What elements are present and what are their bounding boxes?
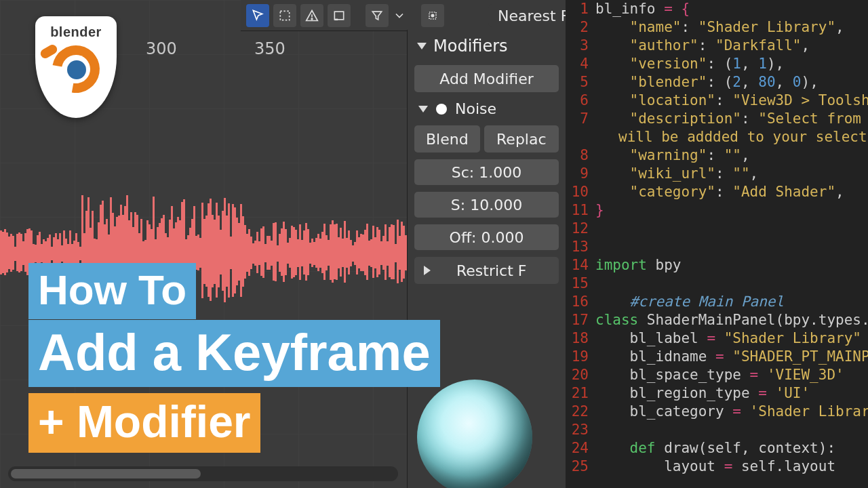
code-line[interactable]: 22 bl_category = 'Shader Library (566, 403, 868, 421)
code-line[interactable]: 11} (566, 201, 868, 220)
expand-icon (424, 266, 431, 275)
code-line[interactable]: 10 "category": "Add Shader", (566, 183, 868, 201)
collapse-icon (417, 43, 427, 49)
restrict-label: Restrict F (456, 262, 526, 279)
code-line[interactable]: 12 (566, 220, 868, 238)
modifiers-title: Modifiers (433, 37, 508, 56)
code-line[interactable]: 3 "author": "Darkfall", (566, 37, 868, 55)
add-modifier-button[interactable]: Add Modifier (414, 65, 559, 92)
timeline-tick: 300 (146, 39, 177, 58)
code-line[interactable]: 14import bpy (566, 256, 868, 274)
title-line-3: + Modifier (28, 393, 260, 453)
code-line[interactable]: 25 layout = self.layout (566, 458, 868, 476)
svg-rect-3 (334, 12, 343, 20)
code-line[interactable]: 20 bl_space_type = 'VIEW_3D' (566, 366, 868, 384)
restrict-frame-range[interactable]: Restrict F (414, 257, 559, 284)
blend-mode-dropdown[interactable]: Replac (484, 125, 559, 152)
warning-icon[interactable] (300, 4, 323, 27)
snap-icon[interactable] (421, 4, 444, 27)
code-line[interactable]: 24 def draw(self, context): (566, 439, 868, 458)
code-line[interactable]: 15 (566, 274, 868, 293)
title-line-1: How To (28, 263, 196, 319)
code-line[interactable]: 4 "version": (1, 1), (566, 55, 868, 73)
code-line[interactable]: 9 "wiki_url": "", (566, 165, 868, 183)
modifier-noise-header[interactable]: Noise (414, 99, 559, 119)
collapse-icon (418, 106, 428, 113)
code-line[interactable]: 19 bl_idname = "SHADER_PT_MAINPA (566, 348, 868, 366)
strength-field[interactable]: S: 10.000 (414, 192, 559, 218)
logo-text: blender (50, 24, 102, 40)
code-line[interactable]: 17class ShaderMainPanel(bpy.types.P (566, 311, 868, 329)
timeline-tick: 350 (254, 39, 285, 58)
svg-point-2 (311, 18, 313, 20)
code-line[interactable]: will be addded to your selected o (566, 128, 868, 146)
svg-point-6 (431, 14, 433, 16)
scrollbar-thumb[interactable] (11, 469, 201, 479)
modifiers-header[interactable]: Modifiers (408, 30, 566, 62)
title-line-2: Add a Keyframe (28, 320, 440, 387)
cursor-tool-icon[interactable] (246, 4, 269, 27)
code-line[interactable]: 6 "location": "View3D > Toolshe (566, 92, 868, 110)
chevron-down-icon[interactable] (393, 4, 406, 27)
code-line[interactable]: 18 bl_label = "Shader Library" (566, 329, 868, 348)
code-line[interactable]: 16 #create Main Panel (566, 293, 868, 311)
code-line[interactable]: 13 (566, 238, 868, 256)
text-editor[interactable]: 1bl_info = {2 "name": "Shader Library",3… (566, 0, 868, 488)
code-line[interactable]: 2 "name": "Shader Library", (566, 18, 868, 37)
code-line[interactable]: 7 "description": "Select from t (566, 110, 868, 128)
code-line[interactable]: 5 "blender": (2, 80, 0), (566, 73, 868, 92)
proportional-edit-icon[interactable] (328, 4, 351, 27)
material-preview-sphere (417, 380, 532, 488)
box-select-icon[interactable] (273, 4, 296, 27)
blend-label: Blend (414, 125, 480, 152)
code-line[interactable]: 21 bl_region_type = 'UI' (566, 384, 868, 403)
code-line[interactable]: 8 "warning": "", (566, 146, 868, 165)
code-line[interactable]: 1bl_info = { (566, 0, 868, 18)
modifier-name: Noise (455, 100, 496, 117)
blender-logo-icon (52, 45, 100, 93)
code-line[interactable]: 23 (566, 421, 868, 439)
enable-toggle-icon[interactable] (436, 104, 447, 115)
offset-field[interactable]: Off: 0.000 (414, 224, 559, 250)
svg-rect-0 (280, 11, 289, 20)
horizontal-scrollbar[interactable] (8, 466, 398, 481)
filter-icon[interactable] (366, 4, 389, 27)
scale-field[interactable]: Sc: 1.000 (414, 159, 559, 185)
